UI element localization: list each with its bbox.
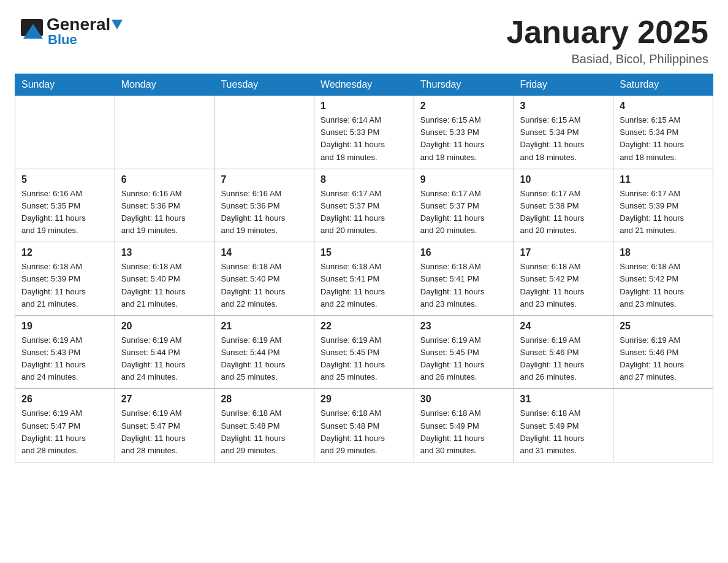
day-number: 18 xyxy=(620,247,707,258)
day-info: Sunrise: 6:15 AM Sunset: 5:33 PM Dayligh… xyxy=(420,114,507,164)
day-info: Sunrise: 6:19 AM Sunset: 5:44 PM Dayligh… xyxy=(221,334,308,384)
day-number: 28 xyxy=(221,394,308,405)
calendar-cell: 8Sunrise: 6:17 AM Sunset: 5:37 PM Daylig… xyxy=(314,169,414,242)
day-number: 17 xyxy=(520,247,607,258)
day-info: Sunrise: 6:19 AM Sunset: 5:47 PM Dayligh… xyxy=(21,407,108,457)
day-number: 5 xyxy=(21,174,108,185)
calendar-cell: 13Sunrise: 6:18 AM Sunset: 5:40 PM Dayli… xyxy=(115,242,214,316)
calendar-cell: 9Sunrise: 6:17 AM Sunset: 5:37 PM Daylig… xyxy=(414,169,514,242)
calendar-week-4: 19Sunrise: 6:19 AM Sunset: 5:43 PM Dayli… xyxy=(15,315,713,389)
day-info: Sunrise: 6:16 AM Sunset: 5:36 PM Dayligh… xyxy=(121,188,208,237)
day-info: Sunrise: 6:15 AM Sunset: 5:34 PM Dayligh… xyxy=(620,114,707,164)
calendar-cell: 2Sunrise: 6:15 AM Sunset: 5:33 PM Daylig… xyxy=(414,96,514,169)
month-title: January 2025 xyxy=(506,15,708,50)
day-info: Sunrise: 6:16 AM Sunset: 5:36 PM Dayligh… xyxy=(221,188,308,237)
col-header-thursday: Thursday xyxy=(414,74,514,96)
col-header-saturday: Saturday xyxy=(613,74,713,96)
day-number: 26 xyxy=(21,394,108,405)
day-info: Sunrise: 6:19 AM Sunset: 5:45 PM Dayligh… xyxy=(420,334,507,384)
day-number: 8 xyxy=(320,174,408,185)
day-number: 30 xyxy=(420,394,507,405)
day-info: Sunrise: 6:18 AM Sunset: 5:49 PM Dayligh… xyxy=(520,407,607,457)
day-info: Sunrise: 6:18 AM Sunset: 5:40 PM Dayligh… xyxy=(121,261,208,310)
day-number: 14 xyxy=(221,247,308,258)
day-number: 1 xyxy=(320,101,408,112)
calendar-cell: 20Sunrise: 6:19 AM Sunset: 5:44 PM Dayli… xyxy=(115,315,214,389)
calendar-cell xyxy=(214,96,314,169)
col-header-sunday: Sunday xyxy=(15,74,115,96)
calendar-cell: 15Sunrise: 6:18 AM Sunset: 5:41 PM Dayli… xyxy=(314,242,414,316)
calendar-week-5: 26Sunrise: 6:19 AM Sunset: 5:47 PM Dayli… xyxy=(15,389,713,462)
day-info: Sunrise: 6:19 AM Sunset: 5:46 PM Dayligh… xyxy=(620,334,707,384)
calendar-cell: 1Sunrise: 6:14 AM Sunset: 5:33 PM Daylig… xyxy=(314,96,414,169)
location-subtitle: Basiad, Bicol, Philippines xyxy=(506,52,708,66)
day-number: 16 xyxy=(420,247,507,258)
calendar-cell: 3Sunrise: 6:15 AM Sunset: 5:34 PM Daylig… xyxy=(514,96,613,169)
col-header-monday: Monday xyxy=(115,74,214,96)
logo-triangle-icon xyxy=(112,20,123,31)
day-info: Sunrise: 6:17 AM Sunset: 5:39 PM Dayligh… xyxy=(620,188,707,237)
day-number: 25 xyxy=(620,321,707,332)
calendar-cell: 30Sunrise: 6:18 AM Sunset: 5:49 PM Dayli… xyxy=(414,389,514,462)
calendar-cell: 17Sunrise: 6:18 AM Sunset: 5:42 PM Dayli… xyxy=(514,242,613,316)
calendar-cell: 24Sunrise: 6:19 AM Sunset: 5:46 PM Dayli… xyxy=(514,315,613,389)
calendar-cell: 11Sunrise: 6:17 AM Sunset: 5:39 PM Dayli… xyxy=(613,169,713,242)
calendar-cell: 25Sunrise: 6:19 AM Sunset: 5:46 PM Dayli… xyxy=(613,315,713,389)
day-number: 9 xyxy=(420,174,507,185)
calendar-cell: 27Sunrise: 6:19 AM Sunset: 5:47 PM Dayli… xyxy=(115,389,214,462)
col-header-wednesday: Wednesday xyxy=(314,74,414,96)
day-info: Sunrise: 6:18 AM Sunset: 5:49 PM Dayligh… xyxy=(420,407,507,457)
calendar-week-1: 1Sunrise: 6:14 AM Sunset: 5:33 PM Daylig… xyxy=(15,96,713,169)
day-info: Sunrise: 6:18 AM Sunset: 5:41 PM Dayligh… xyxy=(320,261,408,310)
calendar-cell xyxy=(613,389,713,462)
calendar-cell: 10Sunrise: 6:17 AM Sunset: 5:38 PM Dayli… xyxy=(514,169,613,242)
day-info: Sunrise: 6:18 AM Sunset: 5:48 PM Dayligh… xyxy=(221,407,308,457)
day-info: Sunrise: 6:19 AM Sunset: 5:46 PM Dayligh… xyxy=(520,334,607,384)
day-number: 24 xyxy=(520,321,607,332)
calendar-cell: 28Sunrise: 6:18 AM Sunset: 5:48 PM Dayli… xyxy=(214,389,314,462)
calendar-cell: 26Sunrise: 6:19 AM Sunset: 5:47 PM Dayli… xyxy=(15,389,115,462)
day-info: Sunrise: 6:19 AM Sunset: 5:43 PM Dayligh… xyxy=(21,334,108,384)
calendar-cell xyxy=(115,96,214,169)
day-number: 19 xyxy=(21,321,108,332)
calendar-cell: 16Sunrise: 6:18 AM Sunset: 5:41 PM Dayli… xyxy=(414,242,514,316)
day-number: 22 xyxy=(320,321,408,332)
day-number: 3 xyxy=(520,101,607,112)
day-info: Sunrise: 6:18 AM Sunset: 5:42 PM Dayligh… xyxy=(520,261,607,310)
day-number: 23 xyxy=(420,321,507,332)
day-info: Sunrise: 6:18 AM Sunset: 5:48 PM Dayligh… xyxy=(320,407,408,457)
calendar-week-3: 12Sunrise: 6:18 AM Sunset: 5:39 PM Dayli… xyxy=(15,242,713,316)
calendar-cell: 29Sunrise: 6:18 AM Sunset: 5:48 PM Dayli… xyxy=(314,389,414,462)
col-header-tuesday: Tuesday xyxy=(214,74,314,96)
calendar-cell: 12Sunrise: 6:18 AM Sunset: 5:39 PM Dayli… xyxy=(15,242,115,316)
day-number: 20 xyxy=(121,321,208,332)
day-info: Sunrise: 6:15 AM Sunset: 5:34 PM Dayligh… xyxy=(520,114,607,164)
title-block: January 2025 Basiad, Bicol, Philippines xyxy=(506,15,708,66)
day-number: 6 xyxy=(121,174,208,185)
day-info: Sunrise: 6:18 AM Sunset: 5:42 PM Dayligh… xyxy=(620,261,707,310)
day-number: 11 xyxy=(620,174,707,185)
day-info: Sunrise: 6:19 AM Sunset: 5:45 PM Dayligh… xyxy=(320,334,408,384)
day-number: 10 xyxy=(520,174,607,185)
day-info: Sunrise: 6:16 AM Sunset: 5:35 PM Dayligh… xyxy=(21,188,108,237)
day-number: 7 xyxy=(221,174,308,185)
day-number: 12 xyxy=(21,247,108,258)
day-number: 15 xyxy=(320,247,408,258)
calendar-cell: 5Sunrise: 6:16 AM Sunset: 5:35 PM Daylig… xyxy=(15,169,115,242)
day-number: 21 xyxy=(221,321,308,332)
calendar-cell: 22Sunrise: 6:19 AM Sunset: 5:45 PM Dayli… xyxy=(314,315,414,389)
calendar-cell xyxy=(15,96,115,169)
calendar-week-2: 5Sunrise: 6:16 AM Sunset: 5:35 PM Daylig… xyxy=(15,169,713,242)
day-info: Sunrise: 6:18 AM Sunset: 5:41 PM Dayligh… xyxy=(420,261,507,310)
day-info: Sunrise: 6:17 AM Sunset: 5:37 PM Dayligh… xyxy=(320,188,408,237)
calendar-cell: 19Sunrise: 6:19 AM Sunset: 5:43 PM Dayli… xyxy=(15,315,115,389)
calendar-cell: 31Sunrise: 6:18 AM Sunset: 5:49 PM Dayli… xyxy=(514,389,613,462)
day-info: Sunrise: 6:19 AM Sunset: 5:44 PM Dayligh… xyxy=(121,334,208,384)
day-number: 27 xyxy=(121,394,208,405)
page-header: General Blue January 2025 Basiad, Bicol,… xyxy=(0,0,728,74)
calendar-cell: 21Sunrise: 6:19 AM Sunset: 5:44 PM Dayli… xyxy=(214,315,314,389)
day-info: Sunrise: 6:18 AM Sunset: 5:39 PM Dayligh… xyxy=(21,261,108,310)
day-number: 4 xyxy=(620,101,707,112)
day-info: Sunrise: 6:18 AM Sunset: 5:40 PM Dayligh… xyxy=(221,261,308,310)
day-number: 31 xyxy=(520,394,607,405)
